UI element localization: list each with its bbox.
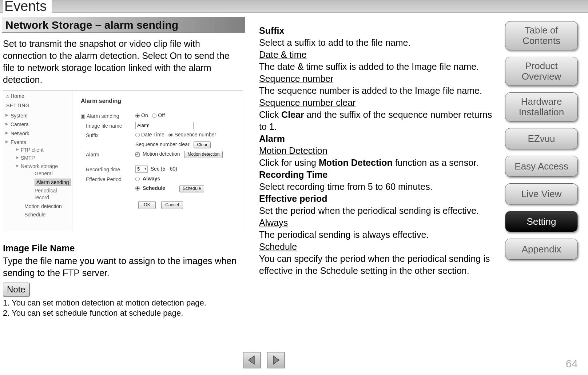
alarm-sending-label: Alarm sending	[87, 113, 119, 119]
effective-period-desc: Set the period when the periodical sendi…	[259, 205, 499, 217]
alarm-on-label: On	[141, 112, 148, 118]
schedule-label: Schedule	[143, 185, 165, 191]
tree-general[interactable]: General	[27, 169, 72, 177]
panel-title: Alarm sending	[81, 97, 239, 105]
intro-text: Set to transmit the snapshot or video cl…	[3, 38, 243, 86]
chevron-left-icon	[247, 355, 257, 365]
prev-page-button[interactable]	[243, 352, 261, 368]
home-label: Home	[11, 93, 24, 99]
motion-detection-desc: Click for using Motion Detection functio…	[259, 157, 499, 169]
tree-network-storage[interactable]: Network storage General Alarm sending Pe…	[16, 162, 72, 202]
image-file-name-heading: Image File Name	[3, 242, 243, 254]
image-file-name-input[interactable]	[135, 122, 194, 129]
home-link[interactable]: ⌂ Home	[3, 91, 72, 101]
date-time-heading: Date & time	[259, 49, 307, 61]
nav-live-view[interactable]: Live View	[505, 183, 578, 204]
tree-periodical[interactable]: Periodical record	[27, 187, 72, 202]
effective-period-heading: Effective period	[259, 193, 499, 205]
suffix-date-label: Date Time	[141, 132, 164, 137]
seq-clear-heading: Sequence number clear	[259, 97, 355, 109]
nav-ezvuu[interactable]: EZvuu	[505, 128, 578, 149]
suffix-date-radio[interactable]	[135, 133, 140, 137]
tree-camera[interactable]: Camera	[5, 120, 72, 129]
tree-system[interactable]: System	[5, 111, 72, 120]
suffix-desc: Select a suffix to add to the file name.	[259, 37, 499, 49]
next-page-button[interactable]	[267, 352, 285, 368]
settings-panel: Alarm sending ▣ Alarm sending On Off Ima…	[74, 91, 243, 212]
chevron-right-icon	[271, 355, 281, 365]
suffix-seq-label: Sequence number	[174, 132, 216, 137]
tree-schedule[interactable]: Schedule	[16, 211, 72, 219]
seq-num-heading: Sequence number	[259, 73, 333, 85]
image-file-name-label: Image file name	[81, 122, 135, 129]
nav-hardware-installation[interactable]: Hardware Installation	[505, 92, 578, 121]
schedule-heading: Schedule	[259, 241, 297, 253]
page-title: Events	[3, 0, 52, 14]
settings-screenshot: ⌂ Home SETTING System Camera Network Eve…	[3, 90, 243, 232]
pager	[243, 352, 285, 368]
recording-time-unit: Sec (5 - 60)	[151, 166, 177, 172]
setting-heading: SETTING	[3, 101, 72, 111]
clear-button[interactable]: Clear	[194, 141, 211, 149]
svg-marker-1	[273, 356, 279, 364]
alarm-heading: Alarm	[259, 133, 499, 145]
alarm-on-radio[interactable]	[135, 113, 140, 118]
always-desc: The periodical sending is always effecti…	[259, 229, 499, 241]
always-heading: Always	[259, 217, 288, 229]
nav-setting[interactable]: Setting	[505, 211, 578, 232]
nav-sidebar: Table of Contents Product Overview Hardw…	[505, 21, 581, 266]
suffix-heading: Suffix	[259, 25, 499, 37]
alarm-off-radio[interactable]	[152, 113, 156, 118]
image-file-name-desc: Type the file name you want to assign to…	[3, 255, 243, 279]
svg-marker-0	[249, 356, 254, 364]
schedule-button[interactable]: Schedule	[179, 185, 204, 192]
tree-smtp[interactable]: SMTP	[16, 154, 72, 162]
motion-check[interactable]	[135, 152, 140, 157]
always-label: Always	[143, 176, 160, 181]
note-2: 2. You can set schedule function at sche…	[3, 308, 243, 319]
seq-clear-label: Sequence number clear	[135, 141, 190, 147]
tree-motion[interactable]: Motion detection	[16, 202, 72, 210]
cancel-button[interactable]: Cancel	[161, 201, 183, 209]
tree-events[interactable]: Events FTP client SMTP Network storage G…	[5, 138, 72, 220]
motion-label: Motion detection	[143, 151, 180, 157]
schedule-radio[interactable]	[135, 186, 140, 191]
effective-period-label: Effective Period	[81, 175, 135, 183]
page-number: 64	[566, 358, 578, 370]
tree-network[interactable]: Network	[5, 129, 72, 138]
always-radio[interactable]	[135, 177, 140, 181]
suffix-label: Suffix	[81, 131, 135, 139]
motion-button[interactable]: Motion detection	[184, 151, 223, 158]
recording-time-select[interactable]: 5	[135, 165, 148, 173]
title-bar	[0, 0, 588, 13]
seq-num-desc: The sequence number is added to the Imag…	[259, 85, 499, 97]
tree-alarm-sending[interactable]: Alarm sending	[27, 178, 72, 187]
date-time-desc: The date & time suffix is added to the I…	[259, 61, 499, 73]
description-column: Suffix Select a suffix to add to the fil…	[259, 25, 499, 277]
nav-appendix[interactable]: Appendix	[505, 239, 578, 260]
suffix-seq-radio[interactable]	[168, 133, 173, 137]
nav-toc[interactable]: Table of Contents	[505, 21, 578, 50]
section-header: Network Storage – alarm sending	[2, 17, 245, 33]
alarm-off-label: Off	[158, 112, 164, 118]
nav-easy-access[interactable]: Easy Access	[505, 156, 578, 177]
nav-product-overview[interactable]: Product Overview	[505, 57, 578, 86]
seq-clear-desc: Click Clear and the suffix of the sequen…	[259, 109, 499, 133]
motion-detection-heading: Motion Detection	[259, 145, 327, 157]
note-chip: Note	[3, 283, 29, 296]
note-1: 1. You can set motion detection at motio…	[3, 298, 243, 308]
ok-button[interactable]: OK	[138, 201, 155, 209]
schedule-desc: You can specify the period when the peri…	[259, 253, 499, 277]
recording-time-heading: Recording Time	[259, 169, 499, 181]
settings-sidebar: ⌂ Home SETTING System Camera Network Eve…	[3, 91, 72, 232]
recording-time-desc: Select recording time from 5 to 60 minut…	[259, 181, 499, 193]
tree-ftp[interactable]: FTP client	[16, 146, 72, 154]
alarm-label: Alarm	[81, 151, 135, 158]
recording-time-label: Recording time	[81, 165, 135, 173]
